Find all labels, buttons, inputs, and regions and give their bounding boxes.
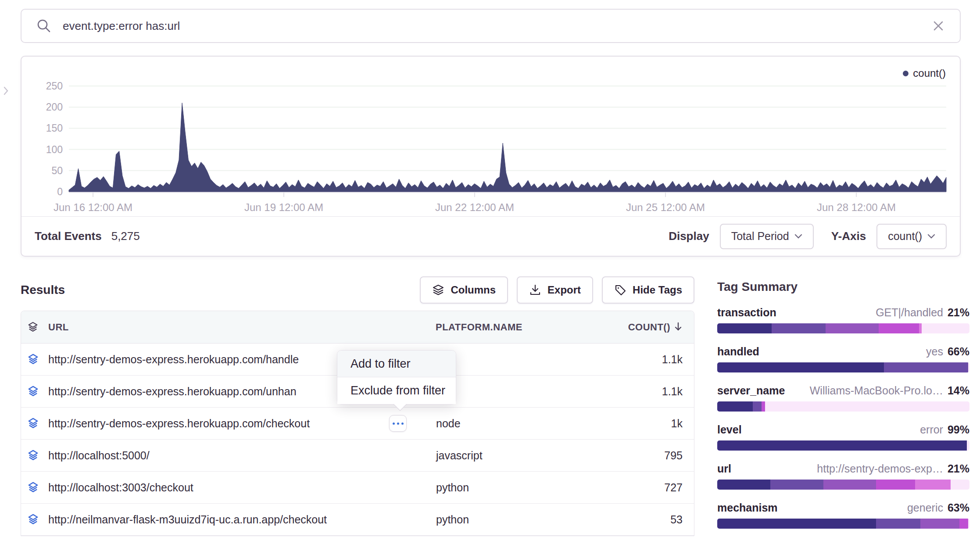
tag-name: server_name (717, 384, 785, 397)
tag-distribution-bar[interactable] (717, 440, 969, 451)
tag-distribution-bar[interactable] (717, 519, 969, 529)
tag-top-value: http://sentry-demos-exp… (817, 462, 943, 475)
table-row: http://sentry-demos-express.herokuapp.co… (21, 408, 694, 440)
menu-item-exclude-from-filter[interactable]: Exclude from filter (337, 377, 456, 404)
svg-text:Jun 16 12:00 AM: Jun 16 12:00 AM (54, 201, 132, 213)
tag-summary-row[interactable]: server_name Williams-MacBook-Pro.lo… 14% (717, 384, 969, 412)
hide-tags-button[interactable]: Hide Tags (602, 276, 694, 304)
cell-url[interactable]: http://sentry-demos-express.herokuapp.co… (48, 417, 434, 430)
table-row: http://neilmanvar-flask-m3uuizd7iq-uc.a.… (21, 504, 694, 536)
tag-top-value: generic (907, 501, 943, 514)
cell-url[interactable]: http://localhost:3003/checkout (48, 481, 434, 494)
tag-distribution-bar[interactable] (717, 480, 969, 490)
download-icon (529, 284, 541, 296)
search-icon (36, 18, 51, 33)
svg-text:250: 250 (46, 80, 63, 92)
results-table: URL PLATFORM.NAME COUNT() http://sentry-… (21, 311, 694, 536)
tag-top-value: GET|/handled (876, 306, 943, 319)
svg-text:50: 50 (51, 165, 63, 176)
results-title: Results (21, 283, 65, 297)
clear-search-icon[interactable] (932, 19, 945, 32)
yaxis-dropdown-value: count() (888, 230, 922, 243)
events-area-chart: 050100150200250Jun 16 12:00 AMJun 19 12:… (21, 62, 961, 215)
tag-top-percent: 21% (948, 462, 969, 475)
cell-url[interactable]: http://localhost:5000/ (48, 449, 434, 462)
cell-context-menu: Add to filter Exclude from filter (337, 350, 456, 405)
export-button[interactable]: Export (517, 276, 593, 304)
cell-count[interactable]: 1.1k (662, 385, 694, 398)
cell-platform[interactable]: node (436, 417, 461, 430)
svg-text:0: 0 (57, 186, 63, 197)
layers-icon (27, 450, 39, 462)
cell-count[interactable]: 1.1k (662, 353, 694, 366)
sidebar-collapse-handle[interactable] (3, 86, 9, 97)
hide-tags-button-label: Hide Tags (633, 284, 682, 296)
tag-name: transaction (717, 306, 776, 319)
yaxis-label: Y-Axis (831, 229, 866, 243)
chevron-down-icon (927, 234, 935, 239)
tag-distribution-bar[interactable] (717, 362, 969, 372)
layers-icon (27, 418, 39, 430)
total-events-label: Total Events (35, 229, 102, 243)
display-label: Display (669, 229, 709, 243)
cell-count[interactable]: 53 (670, 513, 694, 526)
tag-top-percent: 63% (948, 501, 969, 514)
svg-text:Jun 25 12:00 AM: Jun 25 12:00 AM (626, 201, 705, 213)
columns-button-label: Columns (451, 284, 496, 296)
tag-summary-row[interactable]: url http://sentry-demos-exp… 21% (717, 462, 969, 490)
tag-summary-row[interactable]: handled yes 66% (717, 345, 969, 372)
export-button-label: Export (547, 284, 581, 296)
chevron-down-icon (794, 234, 802, 239)
column-header-platform[interactable]: PLATFORM.NAME (436, 322, 522, 333)
cell-platform[interactable]: python (436, 481, 469, 494)
tag-top-percent: 99% (948, 423, 969, 436)
tag-distribution-bar[interactable] (717, 401, 969, 412)
tag-name: handled (717, 345, 759, 358)
tag-name: level (717, 423, 742, 436)
tag-top-value: Williams-MacBook-Pro.lo… (810, 384, 943, 397)
column-header-url[interactable]: URL (48, 322, 434, 333)
layers-icon (27, 386, 39, 397)
column-header-count[interactable]: COUNT() (628, 322, 694, 333)
columns-button[interactable]: Columns (420, 276, 508, 304)
cell-count[interactable]: 1k (671, 417, 694, 430)
tag-summary-title: Tag Summary (717, 280, 969, 294)
table-row: http://localhost:3003/checkout python 72… (21, 472, 694, 504)
cell-count[interactable]: 727 (664, 481, 694, 494)
svg-text:Jun 22 12:00 AM: Jun 22 12:00 AM (435, 201, 514, 213)
events-chart-panel: count() 050100150200250Jun 16 12:00 AMJu… (21, 56, 961, 257)
tag-name: mechanism (717, 501, 778, 514)
layers-icon (27, 482, 39, 494)
cell-url[interactable]: http://neilmanvar-flask-m3uuizd7iq-uc.a.… (48, 513, 434, 526)
tag-top-percent: 21% (948, 306, 969, 319)
tag-distribution-bar[interactable] (717, 323, 969, 333)
tag-icon (614, 284, 626, 296)
yaxis-dropdown[interactable]: count() (876, 224, 947, 249)
svg-text:200: 200 (46, 101, 63, 113)
display-dropdown[interactable]: Total Period (720, 224, 814, 249)
results-table-header: URL PLATFORM.NAME COUNT() (21, 311, 694, 344)
cell-platform[interactable]: python (436, 513, 469, 526)
layers-icon (27, 354, 39, 365)
layers-icon (27, 322, 39, 333)
layers-icon (27, 514, 39, 526)
tag-name: url (717, 462, 731, 475)
svg-text:Jun 19 12:00 AM: Jun 19 12:00 AM (244, 201, 323, 213)
cell-actions-button[interactable] (389, 415, 407, 432)
total-events-value: 5,275 (111, 229, 140, 243)
cell-platform[interactable]: javascript (436, 449, 483, 462)
display-dropdown-value: Total Period (731, 230, 789, 243)
sort-desc-icon (674, 322, 683, 332)
menu-item-add-to-filter[interactable]: Add to filter (337, 351, 456, 377)
search-input[interactable]: event.type:error has:url (21, 9, 961, 43)
tag-top-value: error (920, 423, 943, 436)
column-header-count-label: COUNT() (628, 322, 670, 333)
table-row: http://localhost:5000/ javascript 795 (21, 440, 694, 472)
tag-top-value: yes (926, 345, 943, 358)
tag-summary-row[interactable]: transaction GET|/handled 21% (717, 306, 969, 333)
search-query-text[interactable]: event.type:error has:url (63, 19, 932, 33)
svg-text:Jun 28 12:00 AM: Jun 28 12:00 AM (817, 201, 896, 213)
tag-summary-row[interactable]: mechanism generic 63% (717, 501, 969, 529)
cell-count[interactable]: 795 (664, 449, 694, 462)
tag-summary-row[interactable]: level error 99% (717, 423, 969, 451)
